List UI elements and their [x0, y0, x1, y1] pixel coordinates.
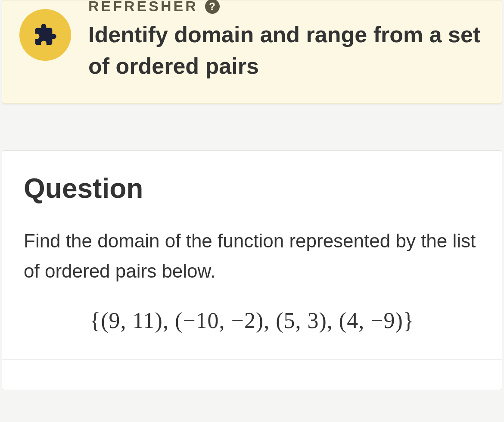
- refresher-label: REFRESHER: [88, 0, 198, 15]
- refresher-icon-badge: [19, 9, 71, 61]
- ordered-pairs-expression: {(9, 11), (−10, −2), (5, 3), (4, −9)}: [24, 308, 480, 333]
- refresher-text-block: REFRESHER ? Identify domain and range fr…: [88, 0, 485, 82]
- question-prompt: Find the domain of the function represen…: [24, 226, 480, 287]
- refresher-row: REFRESHER ? Identify domain and range fr…: [19, 0, 485, 82]
- question-card: Question Find the domain of the function…: [2, 150, 502, 391]
- question-heading: Question: [24, 172, 480, 204]
- refresher-title: Identify domain and range from a set of …: [88, 19, 485, 82]
- refresher-card: REFRESHER ? Identify domain and range fr…: [2, 0, 502, 104]
- help-icon[interactable]: ?: [205, 0, 220, 14]
- refresher-label-row: REFRESHER ?: [88, 0, 485, 15]
- puzzle-piece-icon: [33, 23, 57, 47]
- answer-section-cutoff: [24, 359, 480, 390]
